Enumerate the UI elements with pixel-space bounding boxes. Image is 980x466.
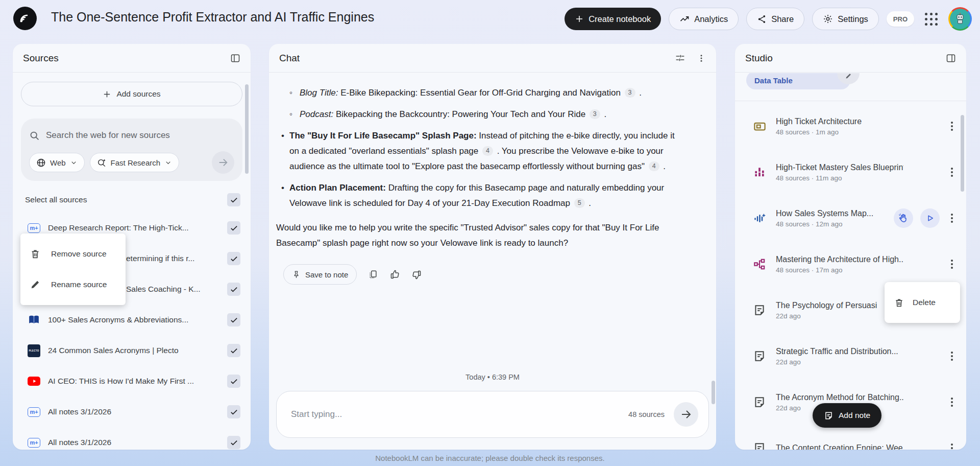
more-menu-icon[interactable] <box>947 212 957 224</box>
plecto-source-icon: PLECTO <box>28 344 40 357</box>
plus-icon <box>103 90 111 99</box>
trash-icon <box>30 248 41 260</box>
web-filter-dropdown[interactable]: Web <box>29 153 85 172</box>
chat-settings-icon[interactable] <box>675 53 685 63</box>
notebooklm-logo-icon[interactable] <box>13 7 37 30</box>
chat-more-menu-icon[interactable] <box>697 54 706 63</box>
select-all-checkbox[interactable] <box>227 193 240 206</box>
citation-chip[interactable]: 4 <box>649 161 659 171</box>
context-menu-item-remove-source[interactable]: Remove source <box>20 239 126 269</box>
source-row[interactable]: PLECTO24 Common Sales Acronyms | Plecto <box>13 335 251 366</box>
chat-message-area: Blog Title: E-Bike Bikepacking: Essentia… <box>269 73 716 334</box>
more-menu-icon[interactable] <box>947 166 957 178</box>
source-row[interactable]: 100+ Sales Acronyms & Abbreviations... <box>13 305 251 335</box>
copy-icon[interactable] <box>368 269 378 279</box>
studio-scrollbar[interactable] <box>961 115 964 192</box>
studio-scroll-area: Data Table High Ticket Architecture48 so… <box>735 73 966 450</box>
source-label: Sales Coaching - K... <box>126 285 201 294</box>
search-submit-button[interactable] <box>212 151 234 174</box>
source-checkbox[interactable] <box>227 221 240 235</box>
chat-panel: Chat Blog Title: E-Bike Bikepacking: Ess… <box>269 44 716 450</box>
thumbs-down-icon[interactable] <box>411 269 422 280</box>
share-button[interactable]: Share <box>746 8 804 30</box>
avatar[interactable] <box>948 7 972 31</box>
source-checkbox[interactable] <box>227 405 240 418</box>
divider <box>735 101 966 101</box>
edit-icon[interactable] <box>837 73 860 84</box>
more-menu-icon[interactable] <box>947 258 957 270</box>
studio-item[interactable]: High Ticket Architecture48 sources · 1m … <box>735 103 966 149</box>
create-notebook-button[interactable]: Create notebook <box>565 8 661 30</box>
citation-chip[interactable]: 3 <box>590 109 600 119</box>
collapse-studio-panel-icon[interactable] <box>946 53 956 63</box>
chat-main-bullets: The "Buy It For Life Basecamp" Splash Pa… <box>276 128 684 211</box>
analytics-button[interactable]: Analytics <box>669 8 739 30</box>
source-checkbox[interactable] <box>227 375 240 388</box>
source-checkbox[interactable] <box>227 283 240 296</box>
add-sources-button[interactable]: Add sources <box>21 82 242 106</box>
citation-chip[interactable]: 3 <box>625 88 635 98</box>
more-menu-icon[interactable] <box>947 120 957 132</box>
studio-item-meta: 22d ago <box>776 358 898 366</box>
save-to-note-button[interactable]: Save to note <box>283 264 357 285</box>
research-mode-dropdown[interactable]: Fast Research <box>90 153 180 172</box>
studio-item[interactable]: Mastering the Architecture of High...48 … <box>735 241 966 287</box>
source-checkbox[interactable] <box>227 313 240 327</box>
source-row[interactable]: AI CEO: THIS is How I'd Make My First ..… <box>13 366 251 397</box>
source-count: 48 sources <box>628 410 665 418</box>
studio-item[interactable]: High-Ticket Mastery Sales Blueprint48 so… <box>735 149 966 195</box>
collapse-sources-panel-icon[interactable] <box>230 53 240 63</box>
chat-input-bar: 48 sources <box>276 391 709 438</box>
plus-icon <box>575 14 584 24</box>
barchart-icon <box>753 166 766 179</box>
chat-send-button[interactable] <box>674 402 698 427</box>
check-icon <box>230 224 238 232</box>
interactive-button[interactable] <box>894 208 913 228</box>
settings-button[interactable]: Settings <box>812 8 879 30</box>
arrow-right-icon <box>217 157 229 168</box>
source-row[interactable]: m+All notes 3/1/2026 <box>13 427 251 458</box>
book-source-icon <box>28 314 40 327</box>
delete-menu-item[interactable]: Delete <box>885 282 960 323</box>
note-icon <box>753 350 766 363</box>
share-icon <box>757 14 767 24</box>
trending-up-icon <box>679 14 690 24</box>
citation-chip[interactable]: 4 <box>482 146 493 156</box>
audio-waveform-icon <box>753 212 767 225</box>
chat-sub-bullet: Blog Title: E-Bike Bikepacking: Essentia… <box>300 85 684 101</box>
more-menu-icon[interactable] <box>947 350 957 362</box>
chat-scrollbar[interactable] <box>712 381 715 404</box>
more-menu-icon[interactable] <box>947 396 957 408</box>
data-table-chip[interactable]: Data Table <box>746 73 850 89</box>
chat-closing-paragraph: Would you like me to help you write the … <box>276 220 684 251</box>
source-checkbox[interactable] <box>227 344 240 357</box>
source-label: Deep Research Report: The High-Tick... <box>48 223 189 232</box>
mindmap-icon <box>753 258 766 271</box>
studio-item[interactable]: The Content Creation Engine: Wee... <box>735 425 966 450</box>
source-checkbox[interactable] <box>227 252 240 265</box>
studio-item[interactable]: Strategic Traffic and Distribution...22d… <box>735 333 966 379</box>
disclaimer-text: NotebookLM can be inaccurate; please dou… <box>0 454 980 462</box>
play-icon <box>925 214 935 223</box>
more-menu-icon[interactable] <box>947 442 957 450</box>
studio-item-title: High Ticket Architecture <box>776 117 862 126</box>
add-note-button[interactable]: Add note <box>813 403 881 428</box>
search-sparkle-icon <box>97 158 107 168</box>
thumbs-up-icon[interactable] <box>389 269 400 280</box>
source-row[interactable]: m+All notes 3/1/2026 <box>13 397 251 427</box>
studio-item-title: High-Ticket Mastery Sales Blueprint <box>776 163 903 172</box>
sources-scrollbar[interactable] <box>245 84 249 174</box>
citation-chip[interactable]: 5 <box>574 198 585 208</box>
pencil-icon <box>30 279 41 290</box>
source-context-menu: Remove sourceRename source <box>20 234 126 305</box>
check-icon <box>230 285 238 294</box>
search-input[interactable] <box>46 130 234 141</box>
play-button[interactable] <box>920 208 940 228</box>
studio-item[interactable]: How Sales Systems Map...48 sources · 12m… <box>735 195 966 241</box>
context-menu-item-rename-source[interactable]: Rename source <box>20 269 126 300</box>
studio-item-title: The Content Creation Engine: Wee... <box>776 444 903 450</box>
apps-grid-icon[interactable] <box>922 10 941 29</box>
search-icon <box>29 130 40 141</box>
source-checkbox[interactable] <box>227 436 240 449</box>
chat-input[interactable] <box>291 409 628 420</box>
